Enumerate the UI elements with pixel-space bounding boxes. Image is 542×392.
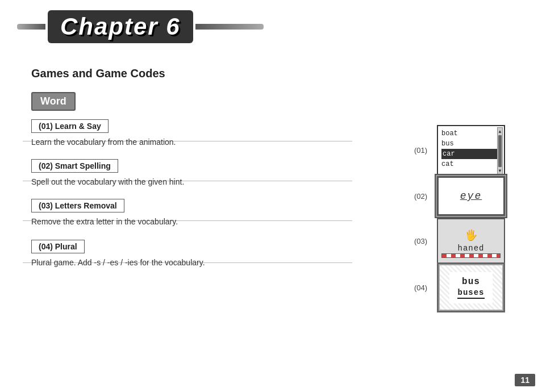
screenshot-label-01: (01) [414, 146, 427, 155]
header-line-left [17, 24, 45, 30]
section-title: Games and Game Codes [31, 67, 165, 80]
game-item-02: (02) Smart Spelling Spell out the vocabu… [31, 159, 281, 188]
game-title-02: (02) Smart Spelling [31, 159, 118, 173]
word-cat: cat [441, 160, 454, 168]
screenshot-label-03: (03) [414, 237, 427, 245]
screen04-inner: bus buses [449, 272, 492, 303]
scroll-up-icon: ▲ [499, 129, 502, 134]
screenshot-04: (04) bus buses [437, 262, 505, 312]
game-title-04: (04) Plural [31, 240, 85, 253]
scroll-thumb [498, 135, 502, 167]
screenshot-01: (01) boat bus car cat ▲ ▼ [437, 125, 505, 175]
screenshot-02: (02) eye [437, 176, 505, 216]
game-desc-04: Plural game. Add -s / -es / -ies for the… [31, 257, 281, 269]
game-item-04: (04) Plural Plural game. Add -s / -es / … [31, 240, 281, 269]
word-boat: boat [441, 130, 458, 137]
game-title-03: (03) Letters Removal [31, 199, 124, 212]
word-car-highlighted: car [441, 149, 501, 159]
word-badge: Word [31, 92, 76, 111]
header-line-right [195, 24, 264, 30]
screen02-display: eye [437, 176, 505, 216]
screen04-word1: bus [462, 277, 480, 287]
screen03-word: haned [457, 244, 484, 253]
chapter-title: Chapter 6 [60, 15, 181, 39]
chapter-title-box: Chapter 6 [48, 10, 193, 43]
screen01-wordlist: boat bus car cat [438, 126, 504, 172]
screen02-word: eye [460, 190, 482, 202]
game-item-01: (01) Learn & Say Learn the vocabulary fr… [31, 119, 281, 148]
screen03-icon: 🖐 [465, 229, 477, 241]
screen04-display: bus buses [437, 262, 505, 312]
scrollbar: ▲ ▼ [497, 127, 503, 175]
screen03-display: 🖐 haned [437, 218, 505, 264]
game-desc-01: Learn the vocabulary from the animation. [31, 136, 281, 148]
screenshot-03: (03) 🖐 haned [437, 218, 505, 264]
screen01-display: boat bus car cat ▲ ▼ [437, 125, 505, 175]
screenshot-label-04: (04) [414, 283, 427, 292]
game-desc-02: Spell out the vocabulary with the given … [31, 176, 281, 188]
screen04-word2: buses [457, 288, 484, 299]
screenshot-label-02: (02) [414, 192, 427, 201]
game-desc-03: Remove the extra letter in the vocabular… [31, 216, 281, 228]
page-number: 11 [515, 374, 535, 386]
word-bus: bus [441, 140, 454, 148]
chapter-header: Chapter 6 [17, 10, 264, 43]
game-item-03: (03) Letters Removal Remove the extra le… [31, 199, 281, 228]
game-title-01: (01) Learn & Say [31, 119, 109, 133]
scroll-down-icon: ▼ [499, 168, 502, 173]
screen03-bar [441, 253, 501, 258]
